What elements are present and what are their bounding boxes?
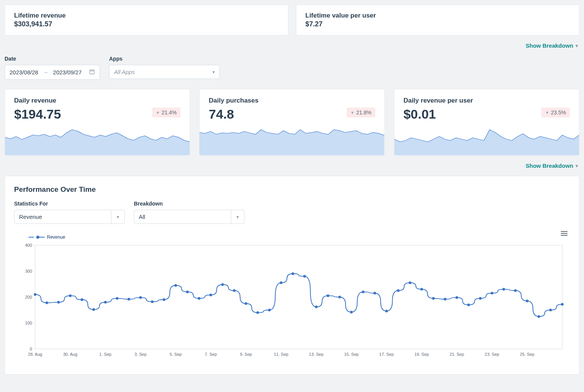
svg-point-59 (467, 304, 470, 306)
svg-point-41 (256, 311, 259, 314)
svg-text:30. Aug: 30. Aug (63, 352, 77, 357)
lifetime-revenue-value: $303,941.57 (14, 20, 279, 28)
chevron-down-icon: ▾ (231, 214, 244, 220)
triangle-down-icon: ▼ (351, 111, 354, 115)
svg-point-67 (561, 303, 564, 306)
show-breakdown-label: Show Breakdown (526, 42, 573, 49)
svg-point-22 (34, 293, 37, 296)
svg-text:100: 100 (25, 321, 32, 325)
svg-text:0: 0 (30, 347, 32, 351)
svg-point-60 (479, 297, 482, 300)
svg-text:9. Sep: 9. Sep (240, 352, 252, 357)
date-label: Date (5, 56, 100, 62)
daily-revenue-card: Daily revenue $194.75 ▼ 21.4% (5, 89, 190, 156)
svg-point-43 (280, 281, 282, 284)
svg-text:400: 400 (25, 243, 32, 247)
svg-point-28 (104, 301, 107, 304)
svg-point-63 (514, 289, 517, 292)
svg-point-45 (303, 275, 306, 278)
daily-purchases-delta: ▼ 21.8% (347, 108, 375, 117)
arrow-right-icon: → (43, 69, 48, 76)
svg-text:5. Sep: 5. Sep (170, 352, 182, 357)
daily-revenue-label: Daily revenue (14, 97, 61, 104)
daily-rpu-label: Daily revenue per user (404, 97, 473, 104)
date-range-input[interactable]: 2023/08/28 → 2023/09/27 (5, 65, 100, 80)
svg-point-25 (69, 294, 72, 297)
daily-revenue-value: $194.75 (14, 107, 61, 122)
svg-text:15. Sep: 15. Sep (344, 352, 359, 357)
lifetime-revenue-label: Lifetime revenue (14, 12, 279, 19)
svg-text:11. Sep: 11. Sep (274, 352, 288, 357)
svg-point-55 (420, 288, 423, 291)
svg-text:19. Sep: 19. Sep (415, 352, 429, 357)
chart-menu-button[interactable] (561, 230, 568, 237)
statistics-for-select[interactable]: Revenue ▾ (14, 210, 125, 224)
svg-point-54 (409, 281, 411, 284)
svg-point-35 (186, 291, 189, 293)
daily-purchases-delta-value: 21.8% (356, 109, 372, 116)
daily-rpu-value: $0.01 (404, 107, 473, 122)
breakdown-select[interactable]: All ▾ (134, 210, 245, 224)
svg-point-48 (338, 296, 341, 299)
svg-point-37 (209, 294, 212, 296)
show-breakdown-label-2: Show Breakdown (526, 162, 573, 169)
svg-point-62 (502, 288, 505, 291)
daily-purchases-label: Daily purchases (209, 97, 258, 104)
chevron-down-icon: ▾ (111, 214, 124, 220)
svg-point-36 (198, 297, 200, 300)
svg-text:3. Sep: 3. Sep (134, 352, 146, 357)
daily-purchases-sparkline (199, 129, 384, 155)
performance-title: Performance Over Time (14, 185, 570, 194)
svg-text:300: 300 (25, 269, 32, 273)
apps-filter: Apps All Apps ▾ (109, 56, 220, 80)
svg-point-42 (268, 309, 271, 312)
svg-point-52 (385, 310, 388, 312)
svg-point-30 (127, 298, 130, 300)
svg-point-32 (151, 300, 154, 303)
svg-point-46 (315, 305, 318, 308)
svg-point-39 (233, 289, 236, 292)
show-breakdown-link-2[interactable]: Show Breakdown ▾ (526, 162, 578, 169)
svg-point-53 (397, 289, 400, 292)
daily-rpu-sparkline (394, 129, 579, 155)
lifetime-revenue-card: Lifetime revenue $303,941.57 (5, 5, 288, 35)
svg-text:13. Sep: 13. Sep (309, 352, 323, 357)
show-breakdown-link[interactable]: Show Breakdown ▾ (526, 42, 578, 49)
svg-point-38 (221, 283, 224, 286)
triangle-down-icon: ▼ (156, 111, 160, 115)
svg-point-34 (174, 284, 177, 287)
statistics-for-label: Statistics For (14, 201, 125, 207)
svg-point-40 (245, 302, 247, 305)
legend-label: Revenue (47, 235, 65, 240)
svg-point-56 (432, 297, 435, 300)
svg-text:17. Sep: 17. Sep (379, 352, 394, 357)
apps-select[interactable]: All Apps ▾ (109, 65, 220, 79)
svg-point-26 (80, 298, 83, 301)
date-start: 2023/08/28 (10, 69, 38, 76)
chevron-down-icon: ▾ (576, 163, 578, 169)
apps-value: All Apps (114, 69, 135, 75)
date-end: 2023/09/27 (53, 69, 82, 76)
date-filter: Date 2023/08/28 → 2023/09/27 (5, 56, 100, 80)
svg-point-49 (350, 311, 353, 313)
svg-point-57 (444, 298, 446, 300)
svg-text:28. Aug: 28. Aug (28, 352, 42, 357)
lvpu-value: $7.27 (306, 20, 570, 28)
breakdown-filter: Breakdown All ▾ (134, 201, 245, 224)
statistics-for-filter: Statistics For Revenue ▾ (14, 201, 125, 224)
daily-purchases-card: Daily purchases 74.8 ▼ 21.8% (199, 89, 385, 156)
svg-point-61 (491, 292, 493, 294)
svg-rect-0 (90, 70, 94, 74)
performance-chart: 010020030040028. Aug30. Aug1. Sep3. Sep5… (14, 241, 570, 363)
performance-card: Performance Over Time Statistics For Rev… (5, 176, 579, 374)
daily-rpu-delta: ▼ 23.5% (541, 108, 570, 117)
svg-point-64 (526, 300, 528, 302)
daily-purchases-value: 74.8 (209, 107, 258, 122)
svg-text:21. Sep: 21. Sep (450, 352, 464, 357)
svg-text:200: 200 (25, 295, 32, 299)
chart-legend[interactable]: Revenue (29, 235, 65, 240)
svg-point-44 (291, 272, 294, 275)
svg-text:25. Sep: 25. Sep (520, 352, 534, 357)
svg-point-66 (549, 309, 552, 312)
statistics-for-value: Revenue (14, 210, 111, 223)
